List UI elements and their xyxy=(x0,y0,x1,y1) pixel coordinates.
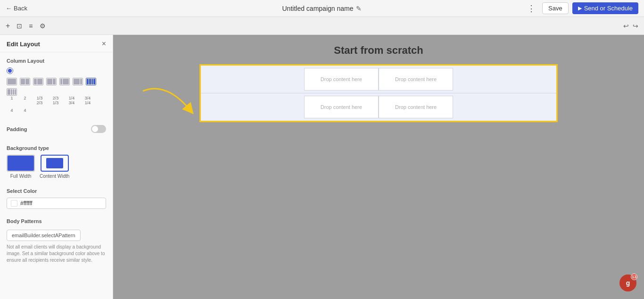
cell-empty-2b xyxy=(453,93,556,121)
cell-empty-1b xyxy=(453,66,556,93)
bg-content-width-option[interactable]: Content Width xyxy=(40,155,69,179)
toggle-knob xyxy=(92,126,98,132)
more-options-button[interactable]: ⋮ xyxy=(524,2,538,15)
layout-option-3-4-1-4[interactable] xyxy=(73,78,83,85)
layout-row-1: Drop content here Drop content here xyxy=(201,66,556,93)
layout-option-1-3-2-3[interactable] xyxy=(33,78,43,85)
back-button[interactable]: ← Back xyxy=(6,5,27,12)
drop-text-1a: Drop content here xyxy=(321,76,362,82)
bg-content-width-preview xyxy=(46,158,63,168)
second-toolbar: + ⊡ ≡ ⚙ ↩ ↪ xyxy=(0,17,644,35)
padding-row: Padding xyxy=(7,125,106,133)
send-schedule-button[interactable]: ▶ Send or Schedule xyxy=(572,2,638,14)
drop-zone-1a[interactable]: Drop content here xyxy=(304,68,379,91)
bg-full-width-option[interactable]: Full Width xyxy=(7,155,35,179)
back-label: Back xyxy=(14,5,27,12)
layout-option-mixed[interactable] xyxy=(7,88,17,96)
edit-icon[interactable]: ✎ xyxy=(356,5,362,12)
layout-radio-selected[interactable] xyxy=(7,67,13,74)
padding-label: Padding xyxy=(7,126,27,132)
sidebar-close-button[interactable]: × xyxy=(102,40,106,48)
nav-left: ← Back xyxy=(6,5,27,12)
layout-icons-row xyxy=(7,78,106,96)
canvas-title: Start from scratch xyxy=(334,44,423,57)
drop-zone-2b[interactable]: Drop content here xyxy=(379,96,453,118)
bg-type-label: Background type xyxy=(7,145,106,151)
cell-empty-2a xyxy=(201,93,304,121)
campaign-title-area: Untitled campaign name ✎ xyxy=(282,5,362,12)
color-swatch xyxy=(11,200,17,207)
padding-toggle[interactable] xyxy=(91,125,106,133)
redo-button[interactable]: ↪ xyxy=(633,22,638,30)
layout-numbers: 1 2 1/32/3 2/31/3 1/43/4 3/41/4 4 4 xyxy=(7,96,106,113)
layout-block: Drop content here Drop content here Drop… xyxy=(199,64,558,122)
top-nav: ← Back Untitled campaign name ✎ ⋮ Save ▶… xyxy=(0,0,644,17)
pattern-note: Not all email clients will display a bac… xyxy=(7,244,106,264)
column-layout-section: Column Layout xyxy=(0,52,113,116)
select-color-section: Select Color #ffffff xyxy=(0,183,113,213)
email-canvas: Drop content here Drop content here Drop… xyxy=(199,64,558,122)
column-layout-label: Column Layout xyxy=(7,58,106,64)
campaign-name: Untitled campaign name xyxy=(282,5,354,12)
main-layout: Edit Layout × Column Layout xyxy=(0,35,644,299)
bg-type-section: Background type Full Width Content Width xyxy=(0,140,113,183)
bg-full-width-preview xyxy=(8,156,34,171)
layout-option-2col[interactable] xyxy=(20,78,30,85)
sidebar-title: Edit Layout xyxy=(7,41,40,48)
drop-text-1b: Drop content here xyxy=(395,76,437,82)
color-input-wrapper[interactable]: #ffffff xyxy=(7,198,106,209)
sidebar: Edit Layout × Column Layout xyxy=(0,35,113,299)
drop-text-2b: Drop content here xyxy=(395,104,437,110)
sidebar-header: Edit Layout × xyxy=(0,35,113,52)
layers-button[interactable]: ⊡ xyxy=(17,22,22,30)
cell-empty-1a xyxy=(201,66,304,93)
layout-option-1col[interactable] xyxy=(7,78,17,85)
add-block-button[interactable]: + xyxy=(6,22,10,30)
select-color-label: Select Color xyxy=(7,188,106,194)
bg-content-width-label: Content Width xyxy=(40,174,69,179)
notification-count: 13 xyxy=(631,274,637,280)
arrow-annotation xyxy=(190,91,195,96)
body-patterns-label: Body Patterns xyxy=(7,218,106,224)
drop-zone-2a[interactable]: Drop content here xyxy=(304,96,379,118)
bg-content-width-box xyxy=(41,155,69,172)
bg-full-width-label: Full Width xyxy=(10,174,31,179)
notification-label: g xyxy=(626,279,630,287)
send-label: Send or Schedule xyxy=(584,5,633,12)
body-patterns-section: Body Patterns emailBuilder.selectAPatter… xyxy=(0,213,113,267)
drop-text-2a: Drop content here xyxy=(321,104,362,110)
color-value: #ffffff xyxy=(20,200,33,207)
undo-button[interactable]: ↩ xyxy=(623,22,629,30)
save-button[interactable]: Save xyxy=(542,2,569,14)
bg-type-options: Full Width Content Width xyxy=(7,155,106,179)
notification-badge[interactable]: g 13 xyxy=(619,274,636,291)
user-button[interactable]: ⚙ xyxy=(40,22,46,30)
bg-full-width-box xyxy=(7,155,35,172)
layout-option-1-4-3-4[interactable] xyxy=(59,78,70,85)
undo-redo-area: ↩ ↪ xyxy=(623,22,638,30)
select-pattern-button[interactable]: emailBuilder.selectAPattern xyxy=(7,230,81,241)
canvas-area: Start from scratch Drop content here xyxy=(113,35,644,299)
toolbar-icons-left: + ⊡ ≡ ⚙ xyxy=(6,22,46,30)
padding-section: Padding xyxy=(0,116,113,140)
back-arrow-icon: ← xyxy=(6,5,12,12)
nav-right: ⋮ Save ▶ Send or Schedule xyxy=(524,2,638,15)
layout-option-4col[interactable] xyxy=(86,78,96,85)
layout-row-2: Drop content here Drop content here xyxy=(201,93,556,121)
send-play-icon: ▶ xyxy=(578,5,582,11)
drop-zone-1b[interactable]: Drop content here xyxy=(379,68,453,91)
filter-button[interactable]: ≡ xyxy=(29,22,33,30)
layout-radio-row xyxy=(7,67,106,76)
layout-option-2-3-1-3[interactable] xyxy=(46,78,57,85)
